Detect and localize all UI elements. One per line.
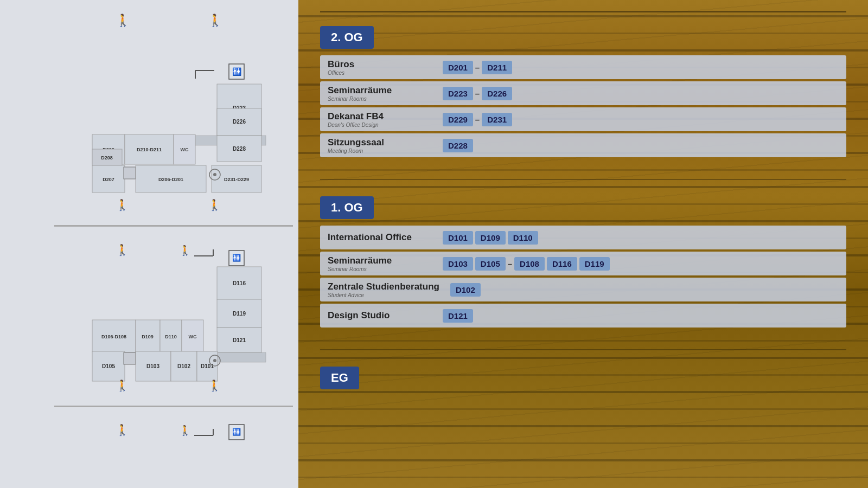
floor-section-1og: 1. OG International Office D101 D109 D11…	[320, 196, 846, 328]
room-row-seminar-2og: Seminarräume Seminar Rooms D223 – D226	[320, 81, 846, 105]
svg-text:D102: D102	[177, 363, 190, 369]
svg-rect-57	[124, 352, 136, 364]
room-num-badge: D102	[450, 283, 481, 297]
svg-point-32	[213, 173, 216, 176]
svg-text:🚻: 🚻	[232, 67, 242, 76]
svg-text:🚶: 🚶	[116, 379, 129, 392]
svg-text:🚶: 🚶	[179, 245, 192, 256]
svg-text:WC: WC	[181, 147, 189, 152]
svg-text:🚶: 🚶	[208, 198, 221, 211]
room-num-badge: D105	[475, 257, 506, 271]
svg-text:D231-D229: D231-D229	[224, 177, 249, 182]
room-numbers-international-office: D101 D109 D110	[439, 226, 541, 249]
room-name-studienberatung: Zentrale Studienberatung Student Advice	[320, 278, 447, 301]
room-name-seminar-1og: Seminarräume Seminar Rooms	[320, 252, 439, 275]
room-row-dekanat: Dekanat FB4 Dean's Office Design D229 – …	[320, 107, 846, 131]
room-num-badge: D211	[482, 61, 512, 74]
room-num-badge: D101	[443, 231, 473, 245]
svg-text:WC: WC	[189, 334, 197, 339]
svg-text:🚶: 🚶	[208, 379, 221, 392]
svg-text:D208: D208	[101, 155, 113, 160]
svg-text:D116: D116	[233, 280, 246, 286]
room-name-sitzungssaal: Sitzungssaal Meeting Room	[320, 133, 439, 157]
floor-badge-eg: EG	[320, 367, 359, 389]
floor-badge-2og: 2. OG	[320, 26, 374, 49]
room-name-design-studio: Design Studio	[320, 304, 439, 328]
room-row-studienberatung: Zentrale Studienberatung Student Advice …	[320, 278, 846, 301]
svg-point-65	[213, 359, 216, 362]
svg-text:D105: D105	[102, 363, 115, 369]
svg-text:D206-D201: D206-D201	[158, 177, 183, 182]
svg-text:🚶: 🚶	[116, 198, 129, 211]
room-num-badge: D228	[443, 139, 473, 152]
svg-text:D103: D103	[146, 363, 159, 369]
svg-rect-0	[0, 0, 298, 488]
floor-section-2og: 2. OG Büros Offices D201 – D211 Seminarr…	[320, 26, 846, 157]
floor-plan-panel: D223 D226 D228 🚻 🚶 🚶 D209 D210-D211 WC D…	[0, 0, 298, 488]
room-numbers-seminar-1og: D103 D105 – D108 D116 D119	[439, 252, 613, 275]
room-num-badge: D110	[508, 231, 538, 245]
floor-separator-2	[320, 349, 846, 350]
svg-text:D109: D109	[142, 334, 154, 339]
room-row-sitzungssaal: Sitzungssaal Meeting Room D228	[320, 133, 846, 157]
svg-text:D106-D108: D106-D108	[101, 334, 126, 339]
room-num-badge: D201	[443, 61, 473, 74]
svg-text:🚶: 🚶	[179, 425, 192, 436]
floor-separator-1	[320, 179, 846, 180]
room-num-badge: D226	[482, 87, 512, 100]
top-separator	[320, 11, 846, 12]
room-numbers-bueros: D201 – D211	[439, 55, 515, 79]
svg-text:D207: D207	[103, 177, 114, 182]
room-name-dekanat: Dekanat FB4 Dean's Office Design	[320, 107, 439, 131]
room-num-badge: D103	[443, 257, 473, 271]
room-row-international-office: International Office D101 D109 D110	[320, 226, 846, 249]
svg-rect-24	[124, 167, 136, 179]
svg-text:D121: D121	[233, 337, 246, 343]
room-numbers-studienberatung: D102	[447, 278, 484, 301]
svg-rect-33	[54, 225, 293, 227]
room-row-seminar-1og: Seminarräume Seminar Rooms D103 D105 – D…	[320, 252, 846, 275]
svg-text:🚻: 🚻	[232, 253, 241, 262]
room-name-international-office: International Office	[320, 226, 439, 249]
svg-text:🚶: 🚶	[116, 423, 129, 436]
svg-text:🚶: 🚶	[208, 13, 223, 28]
svg-text:D210-D211: D210-D211	[137, 147, 162, 152]
room-num-badge: D231	[482, 113, 512, 126]
info-panel: 2. OG Büros Offices D201 – D211 Seminarr…	[298, 0, 868, 488]
svg-text:D228: D228	[233, 146, 246, 152]
svg-text:D226: D226	[233, 119, 246, 125]
room-rows-1og: International Office D101 D109 D110 Semi…	[320, 226, 846, 328]
svg-text:D101: D101	[201, 363, 214, 369]
room-num-badge: D116	[547, 257, 577, 271]
room-num-badge: D223	[443, 87, 473, 100]
room-name-bueros: Büros Offices	[320, 55, 439, 79]
room-num-badge: D119	[579, 257, 610, 271]
room-num-badge: D229	[443, 113, 473, 126]
room-numbers-sitzungssaal: D228	[439, 133, 476, 157]
svg-text:🚶: 🚶	[116, 13, 131, 28]
room-name-seminar-2og: Seminarräume Seminar Rooms	[320, 81, 439, 105]
svg-text:🚻: 🚻	[232, 427, 241, 436]
svg-text:🚶: 🚶	[116, 243, 129, 256]
room-numbers-seminar-2og: D223 – D226	[439, 81, 515, 105]
room-numbers-dekanat: D229 – D231	[439, 107, 515, 131]
svg-text:D119: D119	[233, 311, 246, 317]
svg-text:D110: D110	[165, 334, 177, 339]
room-row-design-studio: Design Studio D121	[320, 304, 846, 328]
room-num-badge: D108	[514, 257, 545, 271]
room-rows-2og: Büros Offices D201 – D211 Seminarräume S…	[320, 55, 846, 157]
room-num-badge: D121	[443, 309, 473, 323]
room-row-bueros: Büros Offices D201 – D211	[320, 55, 846, 79]
svg-rect-68	[54, 406, 293, 407]
floor-badge-1og: 1. OG	[320, 196, 374, 219]
room-numbers-design-studio: D121	[439, 304, 476, 328]
room-num-badge: D109	[475, 231, 506, 245]
